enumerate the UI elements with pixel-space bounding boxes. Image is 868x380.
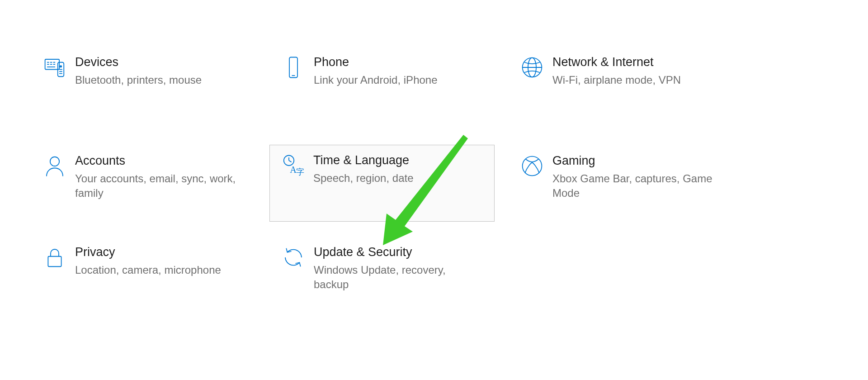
tile-desc: Windows Update, recovery, backup <box>314 263 476 292</box>
tile-desc: Wi-Fi, airplane mode, VPN <box>552 73 715 87</box>
tile-desc: Your accounts, email, sync, work, family <box>75 171 238 201</box>
person-icon <box>34 153 75 178</box>
xbox-icon <box>512 153 552 178</box>
tile-title: Accounts <box>75 153 249 169</box>
lock-icon <box>34 244 75 270</box>
tile-title: Phone <box>314 54 487 70</box>
svg-point-18 <box>50 157 59 166</box>
svg-rect-13 <box>289 57 297 78</box>
svg-rect-25 <box>48 256 61 267</box>
devices-icon <box>34 54 75 80</box>
tile-desc: Location, camera, microphone <box>75 263 238 277</box>
svg-text:字: 字 <box>296 167 304 176</box>
tile-gaming[interactable]: Gaming Xbox Game Bar, captures, Game Mod… <box>508 145 733 222</box>
tile-privacy[interactable]: Privacy Location, camera, microphone <box>31 240 256 335</box>
tile-update-security[interactable]: Update & Security Windows Update, recove… <box>269 240 495 335</box>
tile-accounts[interactable]: Accounts Your accounts, email, sync, wor… <box>31 145 256 222</box>
tile-desc: Link your Android, iPhone <box>314 73 476 87</box>
sync-icon <box>273 244 314 270</box>
globe-icon <box>512 54 552 80</box>
tile-network[interactable]: Network & Internet Wi-Fi, airplane mode,… <box>508 50 733 145</box>
settings-tile-grid: Devices Bluetooth, printers, mouse Phone… <box>31 50 713 335</box>
svg-line-21 <box>289 161 292 162</box>
tile-title: Privacy <box>75 244 249 260</box>
tile-title: Network & Internet <box>552 54 726 70</box>
tile-desc: Bluetooth, printers, mouse <box>75 73 238 87</box>
tile-phone[interactable]: Phone Link your Android, iPhone <box>269 50 495 145</box>
tile-title: Update & Security <box>314 244 487 260</box>
time-language-icon: A 字 <box>273 152 313 178</box>
tile-devices[interactable]: Devices Bluetooth, printers, mouse <box>31 50 256 145</box>
tile-title: Time & Language <box>313 152 488 168</box>
tile-desc: Xbox Game Bar, captures, Game Mode <box>552 171 715 201</box>
tile-desc: Speech, region, date <box>313 171 476 185</box>
tile-title: Gaming <box>552 153 726 169</box>
phone-icon <box>273 54 314 80</box>
tile-time-language[interactable]: A 字 Time & Language Speech, region, date <box>269 145 495 222</box>
tile-title: Devices <box>75 54 249 70</box>
svg-point-9 <box>60 66 61 67</box>
